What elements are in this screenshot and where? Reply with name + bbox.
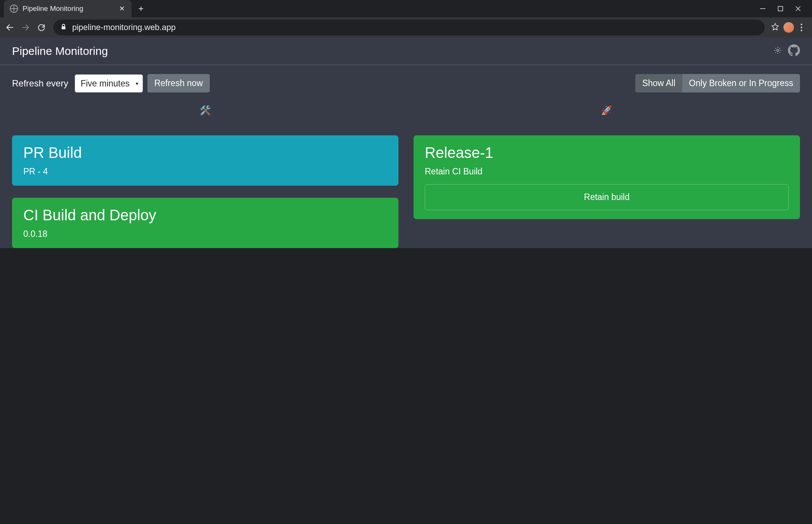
tab-title: Pipeline Monitoring (23, 5, 114, 13)
close-window-button[interactable] (795, 5, 801, 12)
refresh-interval-select[interactable]: Five minutes (75, 74, 143, 92)
card-title: PR Build (23, 144, 387, 161)
url-text: pipeline-monitoring.web.app (72, 23, 176, 32)
lock-icon (60, 23, 67, 32)
hammer-wrench-icon: 🛠️ (12, 101, 398, 123)
browser-tab-bar: Pipeline Monitoring ✕ + (0, 0, 812, 17)
pipeline-card-ci-build[interactable]: CI Build and Deploy 0.0.18 (12, 198, 398, 248)
card-subtitle: PR - 4 (23, 167, 387, 177)
bookmark-star-icon[interactable] (771, 22, 780, 33)
svg-point-5 (777, 49, 779, 51)
forward-button[interactable] (20, 21, 32, 33)
only-broken-button[interactable]: Only Broken or In Progress (682, 74, 800, 92)
address-bar[interactable]: pipeline-monitoring.web.app (53, 20, 765, 35)
release-column: 🚀 Release-1 Retain CI Build Retain build (414, 101, 800, 248)
browser-tab[interactable]: Pipeline Monitoring ✕ (4, 0, 132, 17)
refresh-label: Refresh every (12, 78, 68, 89)
card-subtitle: Retain CI Build (425, 167, 789, 177)
minimize-button[interactable] (759, 5, 766, 12)
profile-avatar[interactable] (783, 22, 794, 33)
globe-icon (10, 5, 18, 13)
app-header: Pipeline Monitoring (0, 38, 812, 65)
gear-icon[interactable] (774, 46, 782, 56)
svg-rect-1 (778, 6, 783, 11)
card-subtitle: 0.0.18 (23, 229, 387, 239)
maximize-button[interactable] (777, 6, 783, 12)
retain-build-stage[interactable]: Retain build (425, 184, 789, 210)
new-tab-button[interactable]: + (132, 3, 150, 14)
back-button[interactable] (4, 21, 16, 33)
card-title: Release-1 (425, 144, 789, 161)
filter-group: Show All Only Broken or In Progress (635, 74, 800, 92)
pipeline-card-release-1[interactable]: Release-1 Retain CI Build Retain build (414, 135, 800, 219)
build-column: 🛠️ PR Build PR - 4 CI Build and Deploy 0… (12, 101, 398, 248)
show-all-button[interactable]: Show All (635, 74, 682, 92)
svg-rect-4 (62, 26, 65, 29)
toolbar: Refresh every Five minutes Refresh now S… (0, 65, 812, 101)
page-title: Pipeline Monitoring (12, 45, 108, 58)
card-title: CI Build and Deploy (23, 207, 387, 224)
refresh-now-button[interactable]: Refresh now (147, 74, 209, 92)
rocket-icon: 🚀 (414, 101, 800, 123)
browser-menu-icon[interactable] (798, 24, 805, 31)
browser-nav-bar: pipeline-monitoring.web.app (0, 17, 812, 38)
close-icon[interactable]: ✕ (118, 5, 126, 13)
github-icon[interactable] (788, 44, 800, 58)
pipeline-card-pr-build[interactable]: PR Build PR - 4 (12, 135, 398, 186)
reload-button[interactable] (35, 21, 47, 33)
window-controls (759, 0, 812, 17)
